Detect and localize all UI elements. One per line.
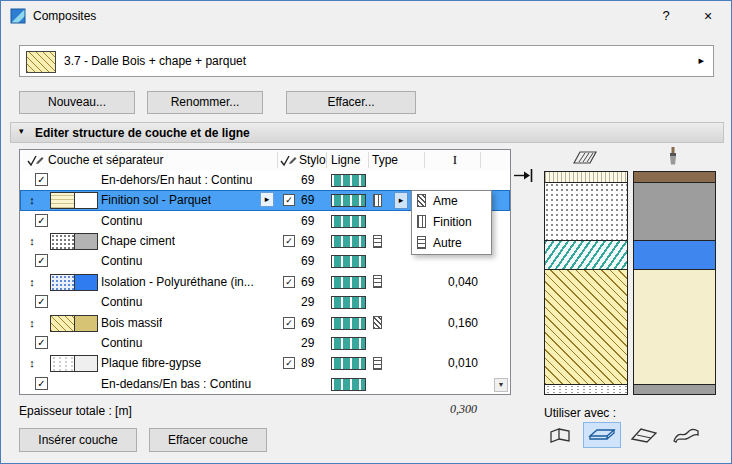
- line-type-swatch[interactable]: [331, 357, 366, 370]
- title-bar[interactable]: Composites ? ×: [1, 1, 731, 31]
- separator-name: Continu: [101, 336, 142, 350]
- use-with-roof-button[interactable]: [625, 422, 663, 448]
- table-row[interactable]: ↕ Plaque fibre-gypse ✓ 89 0,010: [20, 353, 510, 373]
- drag-handle-icon[interactable]: ↕: [25, 275, 39, 289]
- use-with-shell-button[interactable]: [667, 422, 705, 448]
- menu-item-autre[interactable]: Autre: [412, 233, 491, 254]
- type-dropdown-button[interactable]: ▸: [394, 192, 408, 209]
- use-with-slab-button[interactable]: [583, 422, 621, 448]
- drag-handle-icon[interactable]: ↕: [25, 316, 39, 330]
- drag-handle-icon[interactable]: ↕: [25, 234, 39, 248]
- type-icon[interactable]: [373, 316, 382, 329]
- preview-cut-band: [545, 385, 627, 394]
- slab-icon: [587, 425, 617, 445]
- roof-icon: [629, 425, 659, 445]
- table-row[interactable]: ✓ En-dehors/En haut : Continu 69: [20, 170, 510, 190]
- pen-number: 69: [301, 234, 314, 248]
- selector-flyout-icon[interactable]: ▸: [698, 54, 704, 67]
- thickness-value: 0,010: [432, 356, 478, 370]
- delete-layer-button[interactable]: Effacer couche: [149, 428, 267, 452]
- separator-checkbox[interactable]: ✓: [35, 377, 48, 390]
- pen-number: 69: [301, 316, 314, 330]
- table-row[interactable]: ✓ Continu 29: [20, 292, 510, 312]
- pen-number: 69: [301, 173, 314, 187]
- use-with-wall-button[interactable]: [541, 422, 579, 448]
- separator-checkbox[interactable]: ✓: [35, 336, 48, 349]
- insert-layer-button[interactable]: Insérer couche: [19, 428, 137, 452]
- type-icon[interactable]: [373, 275, 382, 288]
- separator-checkbox[interactable]: ✓: [35, 173, 48, 186]
- type-icon[interactable]: [373, 194, 382, 207]
- close-button[interactable]: ×: [693, 1, 723, 31]
- preview-surface-band: [634, 385, 715, 394]
- line-type-swatch[interactable]: [331, 276, 366, 289]
- type-icon[interactable]: [373, 357, 382, 370]
- drag-handle-icon[interactable]: ↕: [25, 356, 39, 370]
- preview-surface-band: [634, 241, 715, 270]
- table-row[interactable]: ↕ Bois massif ✓ 69 0,160: [20, 313, 510, 333]
- total-thickness-label: Epaisseur totale : [m]: [19, 404, 132, 418]
- layer-flyout-icon[interactable]: ▸: [260, 192, 274, 207]
- material-swatch[interactable]: [50, 192, 98, 209]
- pen-number: 69: [301, 254, 314, 268]
- line-type-swatch[interactable]: [331, 317, 366, 330]
- help-button[interactable]: ?: [651, 1, 681, 31]
- pen-number: 69: [301, 275, 314, 289]
- header-pen: Stylo: [299, 153, 326, 167]
- separator-checkbox[interactable]: ✓: [35, 214, 48, 227]
- line-type-swatch[interactable]: [331, 296, 366, 309]
- pen-checkbox[interactable]: ✓: [283, 357, 295, 369]
- table-row[interactable]: ✓ En-dedans/En bas : Continu: [20, 374, 510, 394]
- separator-name: En-dedans/En bas : Continu: [101, 377, 251, 391]
- separator-checkbox[interactable]: ✓: [35, 295, 48, 308]
- menu-item-finition[interactable]: Finition: [412, 212, 491, 233]
- table-row[interactable]: ↕ Isolation - Polyuréthane (in... ✓ 69 0…: [20, 272, 510, 292]
- header-thickness-icon: I: [432, 152, 478, 168]
- separator-checkbox[interactable]: ✓: [35, 254, 48, 267]
- scroll-down-button[interactable]: ▼: [494, 378, 508, 392]
- delete-button[interactable]: Effacer...: [286, 91, 416, 114]
- rename-button[interactable]: Renommer...: [147, 91, 263, 114]
- line-type-swatch[interactable]: [331, 337, 366, 350]
- line-type-swatch[interactable]: [331, 235, 366, 248]
- table-header: Couche et séparateur Stylo Ligne Type I: [20, 150, 510, 171]
- composite-name: 3.7 - Dalle Bois + chape + parquet: [64, 54, 246, 68]
- header-type: Type: [372, 153, 398, 167]
- table-row[interactable]: ✓ Continu 29: [20, 333, 510, 353]
- drag-handle-icon[interactable]: ↕: [25, 193, 39, 207]
- composite-selector[interactable]: 3.7 - Dalle Bois + chape + parquet ▸: [19, 45, 714, 77]
- preview-cut-column: [544, 171, 628, 395]
- panel-header[interactable]: ▾ Editer structure de couche et de ligne: [10, 122, 724, 143]
- pen-checkbox[interactable]: ✓: [283, 194, 295, 206]
- pen-check-icon: [280, 153, 297, 167]
- use-with-label: Utiliser avec :: [544, 406, 616, 420]
- header-separator: [480, 152, 481, 168]
- preview-surface-band: [634, 172, 715, 183]
- line-type-swatch[interactable]: [331, 215, 366, 228]
- ame-type-icon: [417, 194, 426, 207]
- type-icon[interactable]: [373, 235, 382, 248]
- preview-surface-column: [633, 171, 716, 395]
- pen-number: 89: [301, 356, 314, 370]
- pen-number: 69: [301, 214, 314, 228]
- shell-icon: [671, 425, 701, 445]
- preview-cut-band: [545, 241, 627, 270]
- finition-type-icon: [417, 215, 426, 228]
- preview-surface-band: [634, 270, 715, 385]
- menu-item-ame[interactable]: Ame: [412, 191, 491, 212]
- line-type-swatch[interactable]: [331, 378, 366, 391]
- preview-cut-band: [545, 270, 627, 385]
- line-type-swatch[interactable]: [331, 255, 366, 268]
- material-swatch[interactable]: [50, 355, 98, 372]
- material-swatch[interactable]: [50, 315, 98, 332]
- line-type-swatch[interactable]: [331, 174, 366, 187]
- pen-checkbox[interactable]: ✓: [283, 235, 295, 247]
- pen-checkbox[interactable]: ✓: [283, 317, 295, 329]
- material-swatch[interactable]: [50, 233, 98, 250]
- material-swatch[interactable]: [50, 274, 98, 291]
- line-type-swatch[interactable]: [331, 194, 366, 207]
- collapse-icon[interactable]: ▾: [19, 126, 24, 136]
- new-button[interactable]: Nouveau...: [19, 91, 135, 114]
- layer-name: Isolation - Polyuréthane (in...: [101, 275, 254, 289]
- pen-checkbox[interactable]: ✓: [283, 276, 295, 288]
